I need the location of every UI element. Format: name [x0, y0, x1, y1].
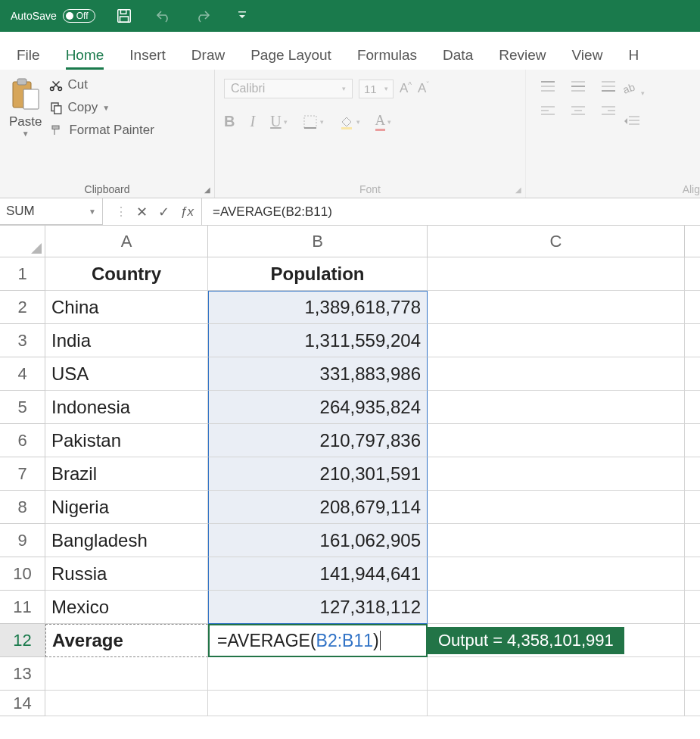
cell[interactable] [685, 557, 700, 591]
qat-customize-icon[interactable] [232, 11, 253, 21]
cell[interactable]: 208,679,114 [208, 491, 428, 524]
formula-input[interactable]: =AVERAGE(B2:B11) [202, 204, 700, 220]
cell[interactable]: Russia [45, 557, 208, 591]
drag-handle-icon[interactable]: ⋮ [115, 204, 126, 219]
tab-file[interactable]: File [17, 47, 40, 70]
cell[interactable] [685, 324, 700, 357]
cell[interactable] [428, 691, 685, 716]
align-top-icon[interactable] [540, 80, 556, 94]
cut-button[interactable]: Cut [49, 77, 154, 92]
select-all-corner[interactable] [0, 226, 45, 257]
cell[interactable]: Bangladesh [45, 524, 208, 557]
cell[interactable] [685, 357, 700, 391]
cell[interactable] [685, 524, 700, 557]
enter-icon[interactable]: ✓ [158, 204, 170, 220]
cell[interactable]: 264,935,824 [208, 391, 428, 424]
column-header[interactable]: B [208, 226, 428, 257]
cell[interactable]: Average [45, 624, 208, 657]
copy-button[interactable]: Copy ▼ [49, 100, 154, 115]
row-header[interactable]: 8 [0, 491, 45, 524]
row-header[interactable]: 4 [0, 357, 45, 391]
cell[interactable]: 1,389,618,778 [208, 291, 428, 324]
cell[interactable]: 1,311,559,204 [208, 324, 428, 357]
cell[interactable] [428, 324, 685, 357]
indent-button[interactable] [623, 114, 645, 130]
row-header[interactable]: 6 [0, 424, 45, 457]
cell[interactable] [428, 457, 685, 491]
cell[interactable]: 141,944,641 [208, 557, 428, 591]
font-name-dropdown[interactable]: Calibri ▾ [224, 79, 353, 98]
cell[interactable]: India [45, 324, 208, 357]
cell[interactable]: USA [45, 357, 208, 391]
align-center-icon[interactable] [570, 104, 586, 118]
row-header[interactable]: 3 [0, 324, 45, 357]
cell[interactable]: Output = 4,358,101,991 [428, 624, 685, 657]
cell[interactable] [685, 691, 700, 716]
dialog-launcher-icon[interactable]: ◢ [204, 186, 210, 194]
row-header[interactable]: 1 [0, 257, 45, 291]
tab-home[interactable]: Home [66, 47, 104, 70]
cell[interactable] [428, 291, 685, 324]
column-header[interactable]: A [45, 226, 208, 257]
cell[interactable] [685, 257, 700, 291]
save-icon[interactable] [114, 8, 135, 24]
cell[interactable]: 127,318,112 [208, 591, 428, 624]
cell[interactable] [45, 657, 208, 691]
cell[interactable] [428, 491, 685, 524]
cell[interactable] [428, 424, 685, 457]
cell[interactable] [685, 291, 700, 324]
cell[interactable] [428, 357, 685, 391]
row-header[interactable]: 14 [0, 691, 45, 716]
cell[interactable]: China [45, 291, 208, 324]
cell[interactable]: 210,301,591 [208, 457, 428, 491]
cell[interactable]: Mexico [45, 591, 208, 624]
cell[interactable] [428, 524, 685, 557]
row-header[interactable]: 12 [0, 624, 45, 657]
cell[interactable] [208, 691, 428, 716]
cell[interactable]: Brazil [45, 457, 208, 491]
align-middle-icon[interactable] [570, 80, 586, 94]
dialog-launcher-icon[interactable]: ◢ [515, 186, 521, 194]
fill-color-button[interactable]: ▾ [339, 112, 360, 131]
row-header[interactable]: 5 [0, 391, 45, 424]
cell[interactable]: Country [45, 257, 208, 291]
tab-help-truncated[interactable]: H [628, 47, 639, 70]
autosave-toggle[interactable]: AutoSave Off [11, 9, 95, 23]
column-header[interactable]: C [428, 226, 685, 257]
cell[interactable] [428, 391, 685, 424]
format-painter-button[interactable]: Format Painter [49, 123, 154, 138]
underline-button[interactable]: U▾ [270, 112, 287, 131]
align-bottom-icon[interactable] [600, 80, 617, 94]
cell[interactable] [685, 624, 700, 657]
bold-button[interactable]: B [224, 112, 235, 131]
row-header[interactable]: 10 [0, 557, 45, 591]
cell[interactable]: 161,062,905 [208, 524, 428, 557]
cell[interactable] [208, 657, 428, 691]
tab-insert[interactable]: Insert [129, 47, 166, 70]
tab-view[interactable]: View [572, 47, 603, 70]
font-size-dropdown[interactable]: 11 ▾ [359, 80, 394, 98]
chevron-down-icon[interactable]: ▼ [9, 129, 42, 138]
cell[interactable] [428, 657, 685, 691]
row-header[interactable]: 2 [0, 291, 45, 324]
cell[interactable]: 331,883,986 [208, 357, 428, 391]
paste-button[interactable]: Paste ▼ [9, 74, 42, 138]
active-cell[interactable]: =AVERAGE(B2:B11) [208, 624, 428, 657]
row-header[interactable]: 13 [0, 657, 45, 691]
tab-data[interactable]: Data [443, 47, 473, 70]
cell[interactable]: Population [208, 257, 428, 291]
row-header[interactable]: 9 [0, 524, 45, 557]
redo-icon[interactable] [192, 8, 213, 23]
cell[interactable] [428, 257, 685, 291]
decrease-font-button[interactable]: Aˇ [418, 81, 429, 96]
font-color-button[interactable]: A ▾ [375, 112, 392, 131]
align-right-icon[interactable] [600, 104, 617, 118]
cancel-icon[interactable]: ✕ [136, 204, 148, 220]
cell[interactable] [685, 424, 700, 457]
name-box[interactable]: SUM ▼ [0, 198, 103, 225]
cell[interactable]: Nigeria [45, 491, 208, 524]
orientation-button[interactable]: ab▾ [623, 80, 645, 98]
tab-review[interactable]: Review [499, 47, 546, 70]
column-header[interactable] [685, 226, 700, 257]
row-header[interactable]: 11 [0, 591, 45, 624]
